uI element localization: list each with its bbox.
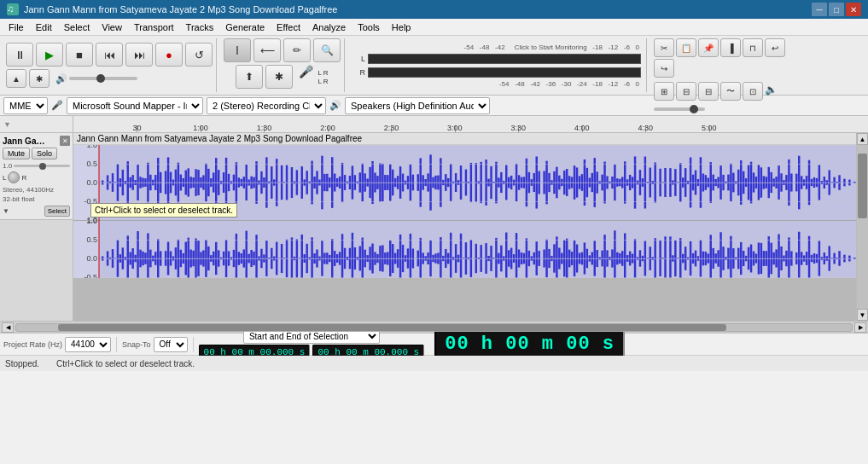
menu-effect[interactable]: Effect	[271, 20, 306, 34]
vscroll-thumb	[858, 154, 867, 219]
trim-button[interactable]: ▐	[720, 38, 741, 57]
vu-scale-top: -54 -48 -42 Click to Start Monitoring -1…	[464, 44, 639, 51]
snap-button[interactable]: ✱	[29, 69, 50, 88]
vscroll-down-button[interactable]: ▼	[857, 309, 868, 321]
project-rate-select[interactable]: 44100	[65, 337, 111, 352]
toolbar-area: ⏸ ▶ ■ ⏮ ⏭ ● ↺ ▲ ✱ 🔊 I	[0, 36, 868, 96]
track-header: Jann Gann M ✕ Mute Solo 1.0 L R Stereo, …	[0, 133, 73, 220]
cut-button[interactable]: ✂	[654, 38, 674, 57]
ruler-canvas: 301:001:302:002:303:003:304:004:305:00	[73, 116, 868, 132]
vu-r-label: R	[353, 68, 365, 77]
track-info-sample: Stereo, 44100Hz	[3, 185, 70, 194]
multi-tool[interactable]: ✱	[265, 65, 293, 89]
vu-scale-bottom: -54 -48 -42 -36 -30 -24 -18 -12 -6 0	[499, 80, 639, 88]
app-icon: ♫	[7, 3, 19, 15]
record-button[interactable]: ●	[155, 43, 183, 67]
output-device-select[interactable]: Speakers (High Definition Audio	[345, 97, 490, 114]
select-button[interactable]: Select	[44, 206, 70, 217]
copy-button[interactable]: 📋	[676, 38, 696, 57]
close-button[interactable]: ✕	[846, 3, 861, 16]
menu-help[interactable]: Help	[387, 20, 417, 34]
menu-analyze[interactable]: Analyze	[307, 20, 351, 34]
menu-generate[interactable]: Generate	[220, 20, 270, 34]
cursor-tool[interactable]: I	[224, 38, 251, 62]
snap-to-label: Snap-To	[122, 340, 151, 349]
menu-file[interactable]: File	[3, 20, 29, 34]
menu-transport[interactable]: Transport	[129, 20, 179, 34]
stop-button[interactable]: ■	[66, 43, 93, 67]
status-bar: Stopped. Ctrl+Click to select or deselec…	[0, 356, 868, 371]
zoom-wave-button[interactable]: 〜	[720, 82, 741, 101]
vscroll-track	[857, 145, 868, 309]
zoom-norm-button[interactable]: ⊡	[743, 82, 763, 101]
bottom-controls: Project Rate (Hz) 44100 Snap-To Off Star…	[0, 334, 868, 356]
collapse-button[interactable]: ▼	[3, 207, 9, 215]
menu-bar: File Edit Select View Transport Tracks G…	[0, 19, 868, 36]
menu-select[interactable]: Select	[59, 20, 96, 34]
skip-forward-button[interactable]: ⏭	[125, 43, 153, 67]
input-device-select[interactable]: Microsoft Sound Mapper - Input	[67, 97, 203, 114]
vu-meter-l[interactable]: L	[353, 53, 641, 65]
transport-section: ⏸ ▶ ■ ⏮ ⏭ ● ↺ ▲ ✱ 🔊	[3, 38, 217, 92]
output-volume-slider[interactable]	[69, 77, 137, 80]
vu-l-bar	[368, 54, 641, 64]
loop-button[interactable]: ↺	[185, 43, 213, 67]
title-bar: ♫ Jann Gann Mann from Satyameva Jayate 2…	[0, 0, 868, 19]
silence-button[interactable]: ⊓	[743, 38, 763, 57]
envelope-tool[interactable]: ⟵	[253, 38, 281, 62]
main-time-display: 00 h 00 m 00 s	[434, 330, 625, 358]
vscroll-up-button[interactable]: ▲	[857, 133, 868, 145]
speaker-icon: 🔈	[765, 84, 778, 101]
play-button[interactable]: ▶	[36, 43, 63, 67]
channel-select[interactable]: 2 (Stereo) Recording Chann	[207, 97, 326, 114]
zoom-sel-button[interactable]: ⊟	[676, 82, 696, 101]
ruler-track-label: ▼	[0, 116, 73, 132]
track-panel-empty	[0, 220, 73, 321]
h-scrollbar: ◀ ▶	[0, 321, 868, 333]
waveform-container[interactable]: Jann Gann Mann from Satyameva Jayate 2 M…	[73, 133, 856, 321]
skip-back-button[interactable]: ⏮	[96, 43, 123, 67]
draw-tool[interactable]: ✏	[283, 38, 311, 62]
zoom-out-button[interactable]: ⊟	[698, 82, 719, 101]
status-hint: Ctrl+Click to select or deselect track.	[56, 359, 195, 368]
undo-button[interactable]: ↩	[765, 38, 785, 57]
vu-r-bar	[368, 67, 641, 78]
hscroll-left-button[interactable]: ◀	[2, 322, 14, 333]
gain-label: 1.0	[3, 162, 12, 170]
zoom-fit-button[interactable]: ⊞	[654, 82, 674, 101]
menu-view[interactable]: View	[96, 20, 127, 34]
gain-slider[interactable]	[14, 165, 70, 167]
snap-to-select[interactable]: Off	[154, 337, 188, 352]
zoom-in-button[interactable]: ▲	[6, 69, 26, 88]
menu-edit[interactable]: Edit	[31, 20, 57, 34]
output-speaker-icon: 🔊	[329, 100, 341, 111]
vu-l-label: L	[353, 55, 365, 63]
pan-l-label: L	[3, 174, 6, 182]
track-close-button[interactable]: ✕	[60, 136, 70, 146]
maximize-button[interactable]: □	[829, 3, 844, 16]
input-mic-icon: 🎤	[51, 100, 63, 111]
menu-tools[interactable]: Tools	[352, 20, 385, 34]
redo-button[interactable]: ↪	[654, 59, 674, 78]
playback-vol-slider[interactable]	[654, 107, 705, 111]
solo-button[interactable]: Solo	[32, 148, 57, 160]
track-name: Jann Gann M	[3, 136, 50, 146]
pause-button[interactable]: ⏸	[6, 43, 33, 67]
paste-button[interactable]: 📌	[698, 38, 719, 57]
mute-button[interactable]: Mute	[3, 148, 30, 160]
main-area: Jann Gann M ✕ Mute Solo 1.0 L R Stereo, …	[0, 133, 868, 321]
v-scrollbar[interactable]: ▲ ▼	[856, 133, 868, 321]
mic-icon: 🎤	[299, 65, 313, 89]
right-tools-section: ✂ 📋 📌 ▐ ⊓ ↩ ↪ ⊞ ⊟ ⊟ 〜 ⊡ 🔈	[650, 38, 804, 92]
zoom-tool[interactable]: 🔍	[313, 38, 341, 62]
pan-knob[interactable]	[8, 171, 20, 183]
hscroll-right-button[interactable]: ▶	[854, 322, 866, 333]
minimize-button[interactable]: ─	[812, 3, 827, 16]
time-shift-tool[interactable]: ⬆	[236, 65, 263, 89]
hscroll-track	[15, 323, 853, 332]
menu-tracks[interactable]: Tracks	[181, 20, 219, 34]
window-controls: ─ □ ✕	[812, 3, 861, 16]
track-info-depth: 32-bit float	[3, 194, 70, 204]
vu-meter-r[interactable]: R	[353, 67, 641, 78]
host-select[interactable]: MME	[3, 97, 48, 114]
